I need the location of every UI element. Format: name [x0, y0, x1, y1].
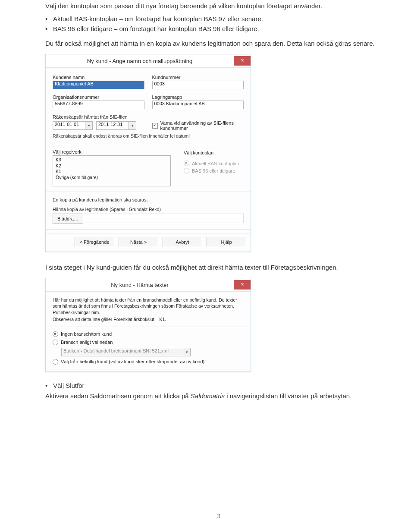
list-item[interactable]: K1	[56, 169, 168, 175]
radio-bas96[interactable]	[184, 168, 189, 173]
bullet-2: • BAS 96 eller tidigare – om företaget h…	[45, 25, 392, 33]
next-button[interactable]: Nästa >	[119, 237, 158, 247]
intro-paragraph: Välj den kontoplan som passar ditt nya f…	[45, 2, 392, 10]
legit-header: En kopia på kundens legitimation ska spa…	[53, 197, 244, 202]
end-paragraph: Aktivera sedan Saldomatrisen genom att k…	[45, 392, 392, 400]
radio-label-aktuell: Aktuell BAS-kontoplan	[192, 161, 239, 166]
sie-note: Räkenskapsår skall endast ändras om SIE-…	[53, 133, 244, 139]
dropdown-bransch[interactable]: Butiken - Detaljhandel brett sortiment S…	[61, 348, 183, 356]
dialog-title: Ny kund - Ange namn och malluppsättning	[46, 58, 234, 64]
dlg2-paragraph-2: Observera att detta inte gäller Förenkla…	[53, 316, 244, 322]
browse-button[interactable]: Bläddra…	[53, 214, 83, 224]
label-kontoplan: Välj kontoplan	[184, 150, 244, 155]
dialog-new-customer-name: Ny kund - Ange namn och malluppsättning …	[45, 54, 251, 252]
legit-sub: Hämta kopia av legitimation (Sparas i Gr…	[53, 207, 244, 212]
chevron-down-icon[interactable]: ▾	[85, 121, 93, 130]
radio-label-bas96: BAS 96 eller tidigare	[192, 168, 235, 173]
radio-aktuell-bas[interactable]	[184, 161, 189, 166]
label-kundnummer: Kundnummer	[152, 75, 244, 80]
dialog-title: Ny kund - Hämta texter	[46, 282, 234, 288]
dialog-fetch-texts: Ny kund - Hämta texter × Här har du möjl…	[45, 278, 251, 372]
chevron-down-icon[interactable]: ▾	[129, 121, 136, 130]
listbox-regelverk[interactable]: K3 K2 K1 Övriga (som tidigare)	[53, 155, 171, 186]
label-regelverk: Välj regelverk	[53, 149, 171, 154]
browse-path-field[interactable]	[83, 214, 244, 223]
label-lagringsmapp: Lagringsmapp	[152, 94, 244, 100]
list-item[interactable]: Övriga (som tidigare)	[56, 175, 168, 181]
radio-label-ingen: Ingen bransch/tom kund	[61, 331, 112, 337]
page-number: 3	[45, 513, 392, 519]
close-icon[interactable]: ×	[234, 56, 251, 66]
list-item[interactable]: K3	[56, 157, 168, 163]
label-orgnr: Organisationsnummer	[53, 94, 144, 100]
radio-bransch-val[interactable]	[53, 340, 58, 345]
radio-befintlig-kund[interactable]	[53, 359, 58, 365]
label-warn-sie: Varna vid användning av SIE-filens kundn…	[160, 120, 244, 131]
input-kundnummer[interactable]: 0003	[152, 81, 244, 89]
input-date-to[interactable]: 2011-12-31	[96, 121, 129, 130]
chevron-down-icon[interactable]: ▾	[183, 348, 191, 356]
input-date-from[interactable]: 2011-01-01	[53, 121, 85, 130]
label-sie-year: Räkenskapsår hämtat från SIE-filen	[53, 114, 144, 120]
help-button[interactable]: Hjälp	[207, 237, 246, 247]
label-kundens-namn: Kundens namn	[53, 75, 144, 80]
bullet-1: • Aktuell BAS-kontoplan – om företaget h…	[45, 15, 392, 23]
input-lagringsmapp[interactable]: 0003 Klädcompaniet AB	[152, 101, 244, 109]
input-kundens-namn[interactable]: Klädcompaniet AB	[53, 81, 144, 89]
close-icon[interactable]: ×	[234, 280, 251, 290]
bullet-slutfor: • Välj Slutför	[45, 381, 392, 390]
radio-label-befintlig: Välj från befintlig kund (val av kund sk…	[61, 359, 204, 364]
checkbox-warn-sie[interactable]	[152, 123, 158, 129]
paragraph-2: Du får också möjlighet att hämta in en k…	[45, 39, 392, 48]
mid-paragraph: I sista steget i Ny kund-guiden får du o…	[45, 263, 392, 272]
radio-ingen-bransch[interactable]	[53, 331, 58, 337]
list-item[interactable]: K2	[56, 163, 168, 169]
radio-label-bransch: Bransch enligt val nedan	[61, 340, 113, 345]
cancel-button[interactable]: Avbryt	[163, 237, 202, 247]
input-orgnr[interactable]: 556677-8899	[53, 101, 144, 109]
dlg2-paragraph-1: Här har du möjlighet att hämta texter fr…	[53, 297, 244, 315]
prev-button[interactable]: < Föregående	[75, 237, 114, 247]
